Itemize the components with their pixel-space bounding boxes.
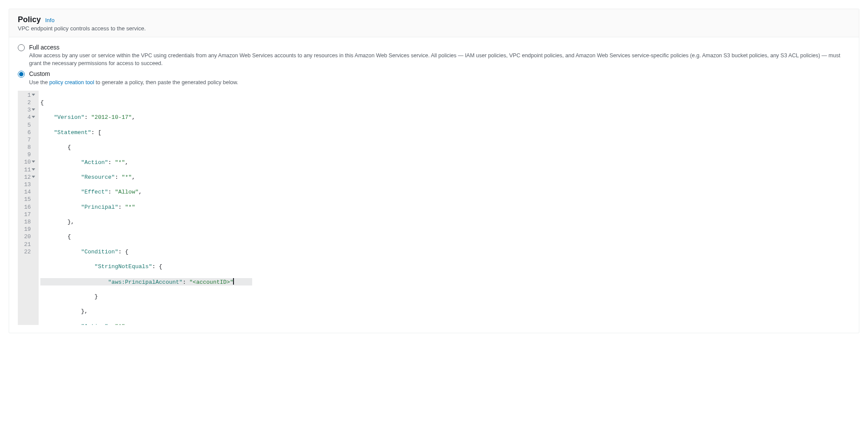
radio-full-access-row: Full access Allow access by any user or … — [18, 43, 850, 67]
code-line: }, — [40, 308, 252, 315]
panel-header: Policy Info VPC endpoint policy controls… — [9, 9, 859, 37]
gutter-line: 18 — [20, 218, 35, 226]
radio-custom-desc: Use the policy creation tool to generate… — [29, 79, 850, 86]
gutter-line: 10 — [20, 158, 35, 166]
radio-full-access-label[interactable]: Full access — [29, 43, 850, 51]
code-line: } — [40, 293, 252, 300]
gutter-line: 13 — [20, 181, 35, 188]
code-line: }, — [40, 218, 252, 226]
code-line: { — [40, 99, 252, 106]
policy-creation-tool-link[interactable]: policy creation tool — [49, 79, 95, 85]
gutter-line: 12 — [20, 174, 35, 181]
gutter-line: 4 — [20, 114, 35, 121]
custom-desc-suffix: to generate a policy, then paste the gen… — [94, 79, 238, 85]
gutter-line: 9 — [20, 151, 35, 158]
text-cursor — [233, 278, 234, 285]
code-line: "Effect": "Allow", — [40, 188, 252, 196]
code-line: "StringNotEquals": { — [40, 263, 252, 270]
code-line: "Action": "*", — [40, 323, 252, 325]
custom-desc-prefix: Use the — [29, 79, 49, 85]
gutter-line: 19 — [20, 226, 35, 233]
info-link[interactable]: Info — [45, 17, 55, 23]
radio-full-access-content: Full access Allow access by any user or … — [29, 43, 850, 67]
gutter-line: 6 — [20, 129, 35, 136]
code-line: { — [40, 144, 252, 151]
code-line: { — [40, 233, 252, 240]
editor-code-area[interactable]: { "Version": "2012-10-17", "Statement": … — [39, 91, 252, 325]
panel-subtitle: VPC endpoint policy controls access to t… — [18, 25, 850, 32]
gutter-line: 14 — [20, 188, 35, 196]
gutter-line: 20 — [20, 233, 35, 240]
gutter-line: 2 — [20, 99, 35, 106]
code-line: "Action": "*", — [40, 159, 252, 166]
radio-custom-row: Custom Use the policy creation tool to g… — [18, 70, 850, 86]
code-line: "Version": "2012-10-17", — [40, 114, 252, 121]
radio-full-access-desc: Allow access by any user or service with… — [29, 52, 850, 67]
gutter-line: 3 — [20, 106, 35, 114]
editor-gutter: 1 2 3 4 5 6 7 8 9 10 11 12 13 14 15 16 1… — [18, 91, 39, 325]
code-line: "Condition": { — [40, 248, 252, 256]
gutter-line: 21 — [20, 241, 35, 248]
gutter-line: 22 — [20, 248, 35, 256]
radio-custom[interactable] — [18, 71, 25, 78]
panel-body: Full access Allow access by any user or … — [9, 37, 859, 333]
gutter-line: 15 — [20, 196, 35, 203]
policy-json-editor[interactable]: 1 2 3 4 5 6 7 8 9 10 11 12 13 14 15 16 1… — [18, 91, 252, 325]
radio-custom-content: Custom Use the policy creation tool to g… — [29, 70, 850, 86]
gutter-line: 17 — [20, 211, 35, 218]
gutter-line: 1 — [20, 92, 35, 99]
gutter-line: 11 — [20, 166, 35, 174]
code-line: "Resource": "*", — [40, 174, 252, 181]
code-line: "Statement": [ — [40, 129, 252, 136]
radio-full-access[interactable] — [18, 44, 25, 51]
panel-title: Policy — [18, 15, 41, 24]
radio-custom-label[interactable]: Custom — [29, 70, 850, 78]
gutter-line: 8 — [20, 144, 35, 151]
gutter-line: 5 — [20, 121, 35, 129]
code-line-active: "aws:PrincipalAccount": "<accountID>" — [40, 278, 252, 285]
code-line: "Principal": "*" — [40, 203, 252, 211]
policy-panel: Policy Info VPC endpoint policy controls… — [9, 9, 859, 333]
gutter-line: 7 — [20, 136, 35, 144]
gutter-line: 16 — [20, 203, 35, 211]
